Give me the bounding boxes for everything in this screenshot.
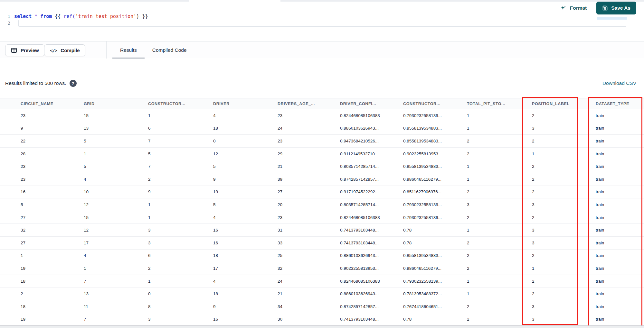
table-cell: 0.8860103626943...	[335, 122, 398, 135]
table-cell: 1	[462, 275, 527, 287]
save-as-button[interactable]: Save As	[596, 2, 636, 14]
table-cell: 0.8860103626943...	[335, 287, 398, 300]
table-cell: train	[591, 122, 644, 135]
help-icon[interactable]: ?	[70, 80, 77, 87]
editor-minimap[interactable]	[597, 17, 627, 20]
tab-compiled-code[interactable]: Compiled Code	[145, 41, 194, 59]
table-cell: 1	[143, 198, 208, 211]
code-token: *	[34, 14, 37, 19]
table-cell: 0.7413793103448...	[335, 236, 398, 249]
code-token: }}	[139, 14, 148, 19]
table-cell: 0.8035714285714...	[335, 160, 398, 173]
column-header[interactable]: DRIVERS_AGE_...	[272, 98, 335, 109]
table-cell: 27	[0, 211, 79, 224]
save-icon	[602, 5, 608, 11]
table-cell: 2	[0, 287, 79, 300]
table-cell: train	[591, 109, 644, 122]
table-cell: 20	[272, 198, 335, 211]
table-cell: 19	[208, 186, 272, 198]
table-row[interactable]: 22570230.9473684210526...0.8558139534883…	[0, 135, 644, 148]
results-limit-text: Results limited to 500 rows.	[5, 80, 66, 86]
table-cell: train	[591, 300, 644, 313]
table-cell: 2	[462, 211, 527, 224]
table-row[interactable]: 3212316310.7413793103448...0.7813train	[0, 224, 644, 237]
table-cell: 2	[527, 160, 591, 173]
table-cell: 33	[272, 236, 335, 249]
table-cell: 2	[462, 186, 527, 198]
table-cell: 3	[527, 300, 591, 313]
table-row[interactable]: 23575210.8035714285714...0.8558139534883…	[0, 160, 644, 173]
table-cell: 1	[462, 122, 527, 135]
table-cell: 0.9171974522292...	[335, 186, 398, 198]
column-header[interactable]: DRIVER_CONFI...	[335, 98, 398, 109]
table-cell: 19	[0, 313, 79, 326]
table-row[interactable]: 271514230.8244680851063830.7930232558139…	[0, 211, 644, 224]
column-header[interactable]: CONSTRUCTOR...	[398, 98, 462, 109]
format-button[interactable]: Format	[559, 2, 588, 14]
tab-results[interactable]: Results	[112, 41, 145, 59]
table-cell: 0.8860103626943...	[335, 249, 398, 262]
table-row[interactable]: 18714240.8244680851063830.7930232558139.…	[0, 275, 644, 287]
table-cell: 18	[0, 300, 79, 313]
column-header[interactable]: TOTAL_PIT_STO...	[462, 98, 527, 109]
table-row[interactable]: 281512290.9112149532710...0.902325581395…	[0, 147, 644, 160]
table-cell: 0.824468085106383	[335, 275, 398, 287]
table-row[interactable]: 191217320.9023255813953...0.886046511627…	[0, 262, 644, 275]
table-cell: 17	[208, 262, 272, 275]
column-header[interactable]: CONSTRUCTOR...	[143, 98, 208, 109]
column-header[interactable]: POSITION_LABEL	[527, 98, 591, 109]
preview-button[interactable]: Preview	[5, 44, 45, 56]
table-cell: train	[591, 186, 644, 198]
compile-button[interactable]: </> Compile	[44, 44, 85, 56]
table-cell: 2	[462, 300, 527, 313]
table-cell: 0.7674418604651...	[398, 300, 462, 313]
table-row[interactable]: 181189340.8742857142857...0.767441860465…	[0, 300, 644, 313]
code-line-2[interactable]: 2	[0, 20, 14, 26]
table-row[interactable]: 1610919270.9171974522292...0.85116279069…	[0, 186, 644, 198]
table-row[interactable]: 23429390.8742857142857...0.8860465116279…	[0, 173, 644, 186]
table-cell: 32	[272, 262, 335, 275]
table-cell: 21	[272, 287, 335, 300]
table-cell: 7	[79, 275, 143, 287]
sql-editor[interactable]: Format Save As 1 select * from {{ ref('t…	[0, 2, 644, 41]
table-cell: 12	[79, 224, 143, 237]
table-row[interactable]: 2717316330.7413793103448...0.7823train	[0, 236, 644, 249]
download-csv-link[interactable]: Download CSV	[602, 80, 636, 86]
table-row[interactable]: 913618240.8860103626943...0.855813953488…	[0, 122, 644, 135]
table-cell: 2	[462, 236, 527, 249]
table-cell: 25	[272, 249, 335, 262]
table-cell: 29	[272, 147, 335, 160]
table-cell: 3	[527, 224, 591, 237]
table-cell: 16	[208, 313, 272, 326]
table-cell: 16	[0, 186, 79, 198]
column-header[interactable]: CIRCUIT_NAME	[0, 98, 79, 109]
table-cell: 6	[143, 249, 208, 262]
table-cell: 1	[462, 160, 527, 173]
table-row[interactable]: 14618250.8860103626943...0.8558139534883…	[0, 249, 644, 262]
table-row[interactable]: 51215200.8035714285714...0.7930232558139…	[0, 198, 644, 211]
table-cell: 0	[208, 135, 272, 148]
table-cell: 1	[462, 109, 527, 122]
table-row[interactable]: 197316300.7413793103448...0.7823train	[0, 313, 644, 326]
table-row[interactable]: 231514230.8244680851063830.7930232558139…	[0, 109, 644, 122]
table-cell: 7	[79, 313, 143, 326]
code-token: from	[40, 14, 52, 19]
code-token	[32, 14, 34, 19]
table-cell: 23	[0, 173, 79, 186]
column-header[interactable]: DRIVER	[208, 98, 272, 109]
table-cell: 21	[272, 160, 335, 173]
toolbar-divider	[106, 41, 107, 59]
table-cell: 7	[143, 135, 208, 148]
code-token: ref(	[64, 14, 75, 19]
table-cell: 1	[462, 224, 527, 237]
table-cell: 0.7413793103448...	[335, 224, 398, 237]
table-row[interactable]: 213018210.8860103626943...0.781395348837…	[0, 287, 644, 300]
code-line-1[interactable]: 1 select * from {{ ref('train_test_posit…	[0, 13, 148, 20]
table-cell: 1	[79, 147, 143, 160]
table-cell: 5	[208, 160, 272, 173]
table-cell: 1	[143, 275, 208, 287]
table-cell: 0.8742857142857...	[335, 173, 398, 186]
bottom-scrollbar-track[interactable]	[0, 325, 644, 328]
column-header[interactable]: GRID	[79, 98, 143, 109]
column-header[interactable]: DATASET_TYPE	[591, 98, 644, 109]
